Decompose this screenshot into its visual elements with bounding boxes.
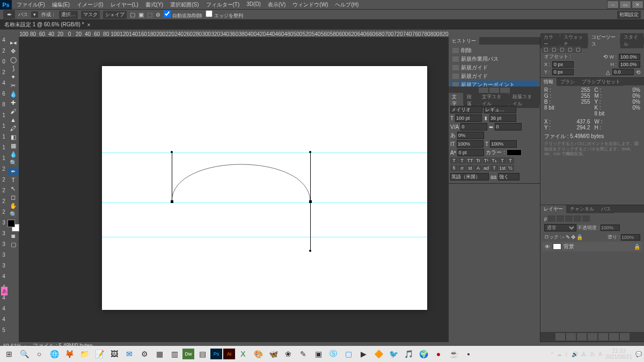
vlc-icon[interactable]: 🔶 [371,347,385,360]
pathop-icon3[interactable]: ⬚ [147,11,152,18]
layers-tab[interactable]: レイヤー [540,205,566,213]
kerning[interactable] [460,123,487,131]
tray-cloud-icon[interactable]: ☁ [557,351,562,357]
quickmask-tool[interactable]: ◙ [8,231,19,240]
auto-add-check[interactable] [164,10,171,17]
document-tab[interactable]: 名称未設定 1 @ 60.6% (RGB/8) * × [0,20,644,30]
firefox-icon[interactable]: 🦊 [62,347,76,360]
ruler-horizontal[interactable]: 1008060402002040608010012014016018020022… [19,30,449,37]
menu-filter[interactable]: フィルター(T) [203,0,243,10]
excel-icon[interactable]: X [236,347,250,360]
stamp-tool[interactable]: ▲ [8,115,19,124]
app7-icon[interactable]: ▣ [311,347,325,360]
cs3[interactable]: ▢ [558,46,566,53]
chrome-icon[interactable]: 🌐 [47,347,61,360]
history-item[interactable]: 新規ガイド [450,72,538,81]
clone-tab[interactable]: コピーソース [588,33,620,48]
history-brush-tool[interactable]: 🖍 [8,124,19,133]
minimize-button[interactable]: – [607,1,619,9]
app8-icon[interactable]: 🐦 [386,347,400,360]
paths-tab[interactable]: パス [598,205,614,213]
ot1[interactable]: fi [450,165,458,171]
sub-btn[interactable]: T₁ [491,157,498,164]
zoom-tool[interactable]: 🔍 [8,210,19,219]
foreground-color[interactable] [8,220,15,227]
search-button[interactable]: 🔍 [17,347,31,360]
clone-h[interactable] [619,61,640,68]
sup-btn[interactable]: T¹ [482,157,490,164]
channels-tab[interactable]: チャンネル [567,205,597,213]
italic-btn[interactable]: T [458,157,466,164]
illustrator-icon[interactable]: Ai [223,349,235,359]
menu-type[interactable]: 書式(Y) [142,0,166,10]
menu-select[interactable]: 選択範囲(S) [167,0,202,10]
eyedropper-tool[interactable]: 💧 [8,90,19,98]
media-icon[interactable]: ▶ [356,347,370,360]
eraser-tool[interactable]: ◧ [8,133,19,141]
ot4[interactable]: A [474,165,482,171]
brush-preset-tab[interactable]: ブラシプリセット [579,78,624,86]
app5-icon[interactable]: ❀ [281,347,295,360]
notepad-icon[interactable]: 📝 [92,347,106,360]
type-tool[interactable]: T [8,176,19,184]
music-icon[interactable]: 🎵 [401,347,415,360]
f4[interactable] [582,215,590,222]
style-tab[interactable]: スタイル [620,33,643,48]
small-btn[interactable]: Tr [474,157,482,164]
history-item[interactable]: 削除 [450,46,538,55]
lasso-tool[interactable]: ⟆ [8,64,19,73]
record-icon[interactable]: ● [431,347,445,360]
photos-icon[interactable]: 🖼 [107,347,121,360]
menu-view[interactable]: 表示(V) [265,0,289,10]
zoom-icon[interactable]: ▢ [341,347,355,360]
handle-pt-2b[interactable] [309,250,311,252]
caps-btn[interactable]: TT [466,157,474,164]
dodge-tool[interactable]: 🔍 [8,158,19,167]
baseline[interactable] [457,149,484,156]
hand-tool[interactable]: ✋ [8,201,19,210]
eye-icon[interactable]: 👁 [544,243,551,250]
menu-layer[interactable]: レイヤー(L) [107,0,142,10]
app9-icon[interactable]: ☕ [447,347,460,360]
layer-thumb[interactable] [553,243,561,250]
clone-y[interactable] [552,69,574,75]
path-dropdown[interactable]: ▾ [31,11,38,18]
handle-icon[interactable]: ▸◂ [8,38,19,47]
fx-btn[interactable] [566,333,576,341]
gradient-tool[interactable]: ▦ [8,141,19,150]
clone-x[interactable] [552,61,574,68]
f2[interactable] [565,215,573,222]
globe-icon[interactable]: 🌍 [416,347,430,360]
make-select[interactable]: 選択… [59,11,78,19]
photoshop-icon[interactable]: Ps [210,349,222,359]
wand-tool[interactable]: ✦ [8,73,19,81]
cs4[interactable]: ▢ [566,46,574,53]
aa-select[interactable] [498,173,519,180]
clock[interactable]: 21:33 2021/08/21 [605,348,632,360]
app10-icon[interactable]: ▪ [462,347,475,360]
maximize-button[interactable]: ▭ [619,1,631,9]
cs5[interactable]: ▢ [574,46,582,53]
layer-item-bg[interactable]: 👁 背景 🔒 [542,242,642,251]
lock3[interactable]: ✥ [571,234,575,240]
tray-up-icon[interactable]: ^ [551,351,554,357]
handle-pt-1a[interactable] [171,151,173,153]
app1-icon[interactable]: ▦ [152,347,166,360]
cs2[interactable]: ▢ [550,46,558,53]
h-scale[interactable] [490,140,517,148]
start-button[interactable]: ⊞ [2,347,16,360]
blend-mode[interactable]: 通常 [544,224,576,231]
brush-tab[interactable]: ブラシ [557,78,578,86]
menu-edit[interactable]: 編集(E) [49,0,73,10]
v-scale[interactable] [457,140,484,148]
screenmode-tool[interactable]: ▢ [8,240,19,249]
opacity-input[interactable] [601,225,620,231]
adj-btn[interactable] [588,333,597,341]
dreamweaver-icon[interactable]: Dw [182,349,194,359]
ruler-vertical[interactable]: 4202468111112222233333444445 [0,37,8,342]
filter-kind[interactable] [548,215,555,222]
canvas-area[interactable] [19,37,449,342]
menu-window[interactable]: ウィンドウ(W) [289,0,331,10]
tray-vol-icon[interactable]: 🔊 [572,351,578,357]
menu-file[interactable]: ファイル(F) [13,0,48,10]
